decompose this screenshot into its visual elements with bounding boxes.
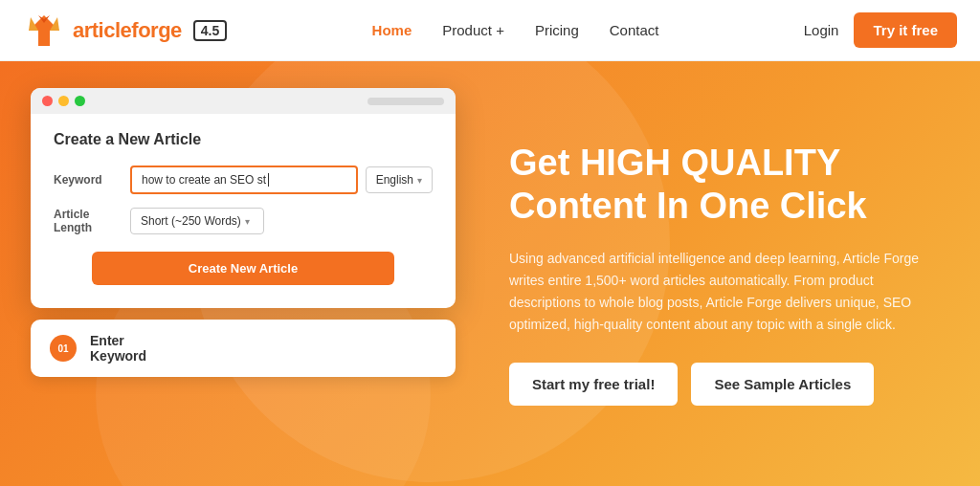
- nav-product[interactable]: Product: [442, 22, 504, 38]
- nav-contact[interactable]: Contact: [610, 22, 659, 38]
- length-row: Article Length Short (~250 Words) ▾: [54, 208, 433, 234]
- hero-right: Get HIGH QUALITY Content In One Click Us…: [479, 61, 980, 486]
- form-btn-row: Create New Article: [54, 252, 433, 285]
- hero-left: Create a New Article Keyword how to crea…: [0, 61, 479, 486]
- step-label: EnterKeyword: [90, 333, 146, 364]
- length-chevron-icon: ▾: [245, 216, 250, 227]
- keyword-input-display[interactable]: how to create an SEO st: [130, 166, 358, 194]
- logo-icon: [23, 13, 65, 48]
- nav-home[interactable]: Home: [372, 22, 412, 38]
- cursor: [268, 173, 269, 187]
- navbar: articleforge 4.5 Home Product Pricing Co…: [0, 0, 980, 61]
- window-content: Create a New Article Keyword how to crea…: [31, 114, 456, 308]
- nav-pricing[interactable]: Pricing: [535, 22, 579, 38]
- window-maximize-dot: [75, 96, 85, 106]
- length-label: Article Length: [54, 208, 130, 234]
- language-chevron-icon: ▾: [417, 175, 422, 186]
- keyword-input-text: how to create an SEO st: [142, 173, 266, 187]
- step-number: 01: [50, 335, 77, 362]
- keyword-card: 01 EnterKeyword: [31, 320, 456, 377]
- length-select[interactable]: Short (~250 Words) ▾: [130, 208, 264, 234]
- keyword-row: Keyword how to create an SEO st English …: [54, 166, 433, 194]
- logo-area: articleforge 4.5: [23, 13, 227, 48]
- start-trial-button[interactable]: Start my free trial!: [509, 363, 678, 406]
- hero-headline: Get HIGH QUALITY Content In One Click: [509, 142, 942, 229]
- nav-login[interactable]: Login: [804, 22, 839, 38]
- form-title: Create a New Article: [54, 131, 433, 148]
- mockup-window: Create a New Article Keyword how to crea…: [31, 88, 456, 308]
- titlebar-decoration: [368, 98, 444, 105]
- hero-cta: Start my free trial! See Sample Articles: [509, 363, 942, 406]
- hero-description: Using advanced artificial intelligence a…: [509, 248, 930, 336]
- hero-section: Create a New Article Keyword how to crea…: [0, 61, 980, 486]
- see-samples-button[interactable]: See Sample Articles: [691, 363, 874, 406]
- window-close-dot: [42, 96, 53, 106]
- keyword-label: Keyword: [54, 173, 130, 187]
- logo-text: articleforge: [73, 18, 182, 43]
- window-minimize-dot: [58, 96, 69, 106]
- nav-links: Home Product Pricing Contact: [372, 22, 659, 38]
- logo-version: 4.5: [193, 20, 227, 41]
- nav-right: Login Try it free: [804, 12, 957, 48]
- try-free-button[interactable]: Try it free: [854, 12, 957, 48]
- window-titlebar: [31, 88, 456, 114]
- language-select[interactable]: English ▾: [366, 166, 433, 193]
- create-article-button[interactable]: Create New Article: [92, 252, 395, 285]
